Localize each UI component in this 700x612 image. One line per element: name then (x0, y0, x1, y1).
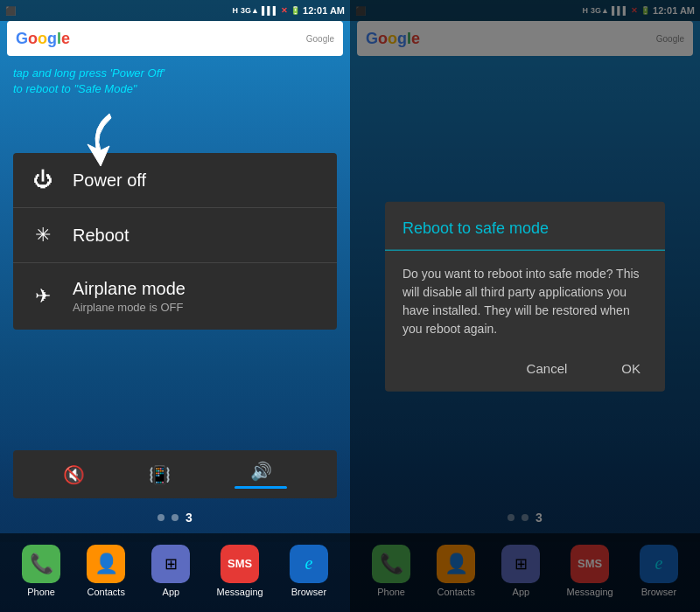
dock-messaging[interactable]: SMS Messaging (217, 545, 263, 597)
reboot-dialog: Reboot to safe mode Do you want to reboo… (385, 202, 665, 392)
status-right-icons: H 3G▲ ▌▌▌ ✕ 🔋 12:01 AM (233, 5, 345, 16)
power-off-icon: ⏻ (31, 169, 55, 191)
dot-number: 3 (186, 511, 192, 525)
cancel-button[interactable]: Cancel (513, 352, 582, 385)
dot-1 (158, 514, 164, 521)
dialog-title: Reboot to safe mode (385, 202, 665, 251)
screenshot-icon: ⬛ (5, 6, 16, 16)
menu-item-reboot[interactable]: ✳ Reboot (13, 208, 337, 263)
dot-2 (172, 514, 178, 521)
dock-phone[interactable]: 📞 Phone (22, 545, 60, 597)
right-phone-panel: ⬛ H 3G▲ ▌▌▌ ✕ 🔋 12:01 AM Google Google R… (350, 0, 700, 612)
messaging-icon: SMS (220, 545, 259, 583)
phone-icon: 📞 (22, 545, 60, 583)
time-left: 12:01 AM (303, 5, 345, 16)
apps-icon: ⊞ (151, 545, 190, 583)
contacts-icon: 👤 (87, 545, 125, 583)
dialog-body: Do you want to reboot into safe mode? Th… (385, 251, 665, 345)
signal-x-icon: ✕ (281, 6, 288, 15)
status-left-icons: ⬛ (5, 6, 16, 16)
battery-icon: 🔋 (290, 6, 300, 15)
apps-label: App (163, 587, 180, 597)
vol-indicator (234, 486, 287, 489)
vol-vibe-icon[interactable]: 📳 (149, 464, 171, 485)
signal-bars-icon: ▌▌▌ (262, 6, 278, 15)
google-logo-left: Google (16, 30, 70, 48)
contacts-label: Contacts (88, 587, 125, 597)
power-menu: ⏻ Power off ✳ Reboot ✈ Airplane mode Air… (13, 153, 337, 330)
menu-item-airplane[interactable]: ✈ Airplane mode Airplane mode is OFF (13, 263, 337, 330)
dock-contacts[interactable]: 👤 Contacts (87, 545, 125, 597)
dock-browser[interactable]: e Browser (290, 545, 328, 597)
arrow-icon (83, 109, 153, 170)
page-dots-left: 3 (0, 511, 350, 525)
status-bar-left: ⬛ H 3G▲ ▌▌▌ ✕ 🔋 12:01 AM (0, 0, 350, 21)
menu-item-power-off[interactable]: ⏻ Power off (13, 153, 337, 208)
vol-silent-icon[interactable]: 🔇 (63, 464, 85, 485)
left-phone-panel: ⬛ H 3G▲ ▌▌▌ ✕ 🔋 12:01 AM Google Google t… (0, 0, 350, 612)
reboot-label: Reboot (73, 226, 130, 246)
reboot-icon: ✳ (31, 224, 55, 247)
airplane-sublabel: Airplane mode is OFF (73, 301, 186, 314)
google-search-bar-left[interactable]: Google Google (7, 21, 343, 56)
signal-h-icon: H (233, 6, 239, 15)
airplane-icon: ✈ (31, 285, 55, 308)
dialog-actions: Cancel OK (385, 345, 665, 392)
phone-label: Phone (27, 587, 55, 597)
ok-button[interactable]: OK (607, 352, 654, 385)
airplane-label: Airplane mode (73, 279, 186, 299)
browser-label: Browser (291, 587, 326, 597)
vol-sound-icon[interactable]: 🔊 (250, 461, 272, 482)
browser-icon: e (290, 545, 328, 583)
annotation-text: tap and long press 'Power Off' to reboot… (13, 66, 164, 97)
messaging-label: Messaging (217, 587, 263, 597)
power-off-label: Power off (73, 170, 146, 191)
dock-left: 📞 Phone 👤 Contacts ⊞ App SMS Messaging e… (0, 533, 350, 612)
google-small-text-left: Google (306, 34, 334, 44)
volume-bar: 🔇 📳 🔊 (13, 450, 337, 498)
dock-apps[interactable]: ⊞ App (151, 545, 190, 597)
signal-3g-icon: 3G▲ (241, 6, 259, 15)
